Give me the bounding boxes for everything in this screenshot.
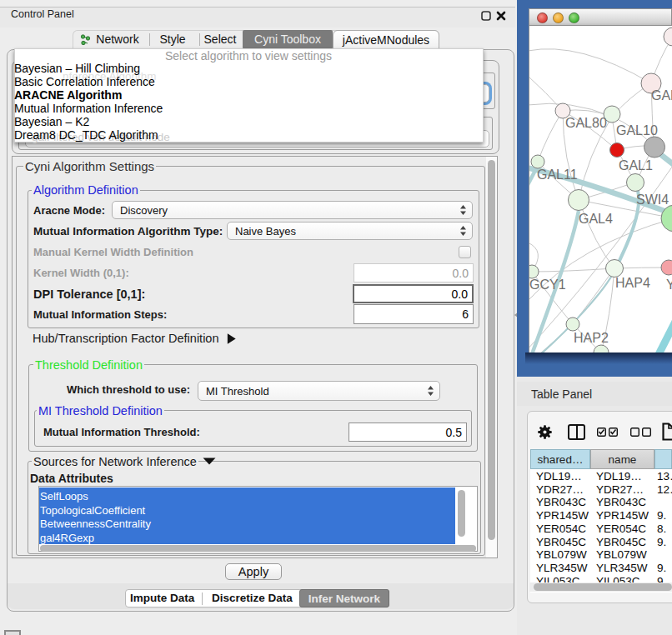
svg-text:SWI4: SWI4 xyxy=(636,192,669,207)
svg-text:GAL10: GAL10 xyxy=(616,123,658,138)
svg-text:GAL4: GAL4 xyxy=(579,212,613,226)
svg-text:GAL2: GAL2 xyxy=(651,88,672,102)
svg-text:HAP4: HAP4 xyxy=(615,276,650,290)
svg-text:GAL1: GAL1 xyxy=(619,158,653,172)
svg-text:GAL80: GAL80 xyxy=(565,116,607,130)
svg-text:HAP2: HAP2 xyxy=(574,331,609,345)
svg-text:GAL11: GAL11 xyxy=(537,168,578,182)
svg-text:Y: Y xyxy=(666,278,672,292)
svg-text:GCY1: GCY1 xyxy=(529,278,566,292)
